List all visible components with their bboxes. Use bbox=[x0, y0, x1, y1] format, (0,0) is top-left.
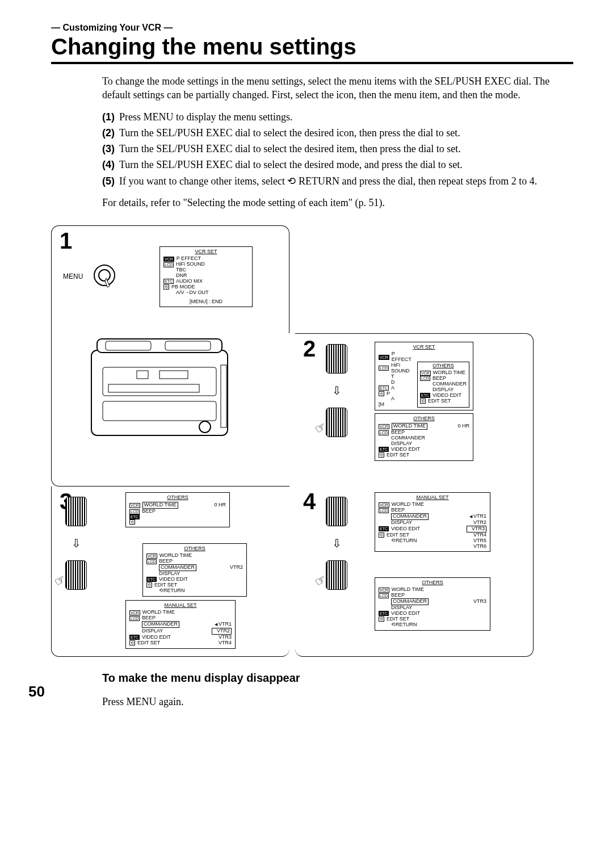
menu-item-label: BEEP bbox=[391, 593, 405, 598]
footer-area: To make the menu display disappear Press… bbox=[51, 672, 573, 708]
menu-item-value: 0 HR bbox=[453, 423, 469, 429]
menu-item-label: ⟲RETURN bbox=[159, 588, 185, 594]
menu-screen-3c: MANUAL SETVCRWORLD TIMELCDBEEPCOMMANDERV… bbox=[125, 600, 236, 648]
menu-item: LCDBEEP bbox=[146, 559, 243, 564]
menu-icon-tag: ETC bbox=[379, 611, 389, 616]
step-text: If you want to change other items, selec… bbox=[119, 174, 537, 188]
dial-icon bbox=[326, 497, 347, 526]
footer-text: Press MENU again. bbox=[102, 695, 573, 708]
hand-icon: ☞ bbox=[312, 572, 329, 590]
menu-screen-2b: OTHERS VCRWORLD TIME0 HRLCDBEEPCOMMANDER… bbox=[375, 413, 473, 460]
menu-item-label: ⟲RETURN bbox=[391, 538, 417, 544]
menu-icon-tag: LCD bbox=[146, 559, 157, 564]
menu-item-label: VIDEO EDIT bbox=[391, 526, 420, 532]
menu-button-label: MENU bbox=[63, 272, 83, 280]
menu-item-value: VTR4 bbox=[214, 640, 232, 646]
menu-item: LCDBEEP bbox=[129, 615, 232, 621]
step-3: (3)Turn the SEL/PUSH EXEC dial to select… bbox=[102, 142, 573, 156]
menu-item: ETCVIDEO EDITVTR3 bbox=[379, 526, 486, 532]
menu-icon-tag: VCR bbox=[163, 257, 174, 262]
step-2: (2)Turn the SEL/PUSH EXEC dial to select… bbox=[102, 126, 573, 140]
dial-sequence: ☞ bbox=[326, 497, 347, 590]
menu-item-value: VTR3 bbox=[467, 526, 486, 532]
panel-number-2: 2 bbox=[303, 336, 316, 362]
svg-point-1 bbox=[99, 270, 110, 281]
panel-1-vcr bbox=[51, 333, 289, 487]
menu-item: ⟲EDIT SET bbox=[379, 452, 469, 458]
page-title: Changing the menu settings bbox=[51, 34, 573, 60]
dial-press-icon: ☞ bbox=[65, 560, 87, 590]
arrow-down-icon bbox=[72, 536, 81, 550]
menu-item-value: VTR2 bbox=[469, 520, 486, 526]
menu-icon-tag: ⟲ bbox=[379, 617, 384, 622]
panel-number-4: 4 bbox=[303, 489, 316, 514]
menu-item: ⟲RETURN bbox=[379, 622, 486, 628]
menu-icon-tag: ⟲ bbox=[129, 519, 135, 525]
menu-item: ETC bbox=[129, 514, 226, 519]
menu-item-label: EDIT SET bbox=[387, 452, 409, 458]
menu-item-value: 0 HR bbox=[209, 502, 226, 508]
menu-icon-tag: ETC bbox=[129, 635, 140, 640]
menu-item-label: BEEP bbox=[159, 559, 173, 564]
arrow-down-icon bbox=[332, 536, 342, 550]
menu-header: MANUAL SET bbox=[129, 603, 232, 609]
menu-header: OTHERS bbox=[379, 416, 469, 422]
menu-header: MANUAL SET bbox=[379, 495, 486, 501]
panel-1-top: 1 MENU VCR SET VCRP EFFECTLCDHiFi SOUNDT… bbox=[51, 225, 289, 333]
section-label: — Customizing Your VCR — bbox=[51, 23, 573, 33]
menu-icon-tag: VCR bbox=[129, 503, 140, 508]
svg-rect-10 bbox=[103, 401, 216, 421]
menu-icon-tag: ETC bbox=[146, 577, 157, 582]
menu-footer: [MENU] : END bbox=[163, 299, 249, 305]
menu-item: COMMANDERVTR1 bbox=[129, 621, 232, 628]
menu-item: DISPLAYVTR2 bbox=[379, 520, 486, 526]
menu-item: ⟲RETURN bbox=[146, 588, 243, 594]
steps-list: (1)Press MENU to display the menu settin… bbox=[102, 110, 573, 188]
svg-rect-12 bbox=[221, 365, 226, 427]
menu-item-value: VTR1 bbox=[210, 622, 232, 627]
menu-item-label: EDIT SET bbox=[137, 640, 160, 646]
press-dial-icon bbox=[90, 261, 119, 290]
menu-icon-tag: LCD bbox=[129, 509, 140, 514]
menu-item: VTR6 bbox=[379, 544, 486, 550]
menu-icon-tag: LCD bbox=[379, 430, 389, 435]
menu-icon-tag: VCR bbox=[379, 502, 389, 508]
step-text: Press MENU to display the menu settings. bbox=[119, 110, 292, 124]
step-text: Turn the SEL/PUSH EXEC dial to select th… bbox=[119, 142, 461, 156]
arrow-down-icon bbox=[332, 384, 342, 397]
menu-screen-4a: MANUAL SETVCRWORLD TIMELCDBEEPCOMMANDERV… bbox=[375, 492, 490, 552]
menu-icon-tag: ⟲ bbox=[379, 532, 384, 538]
menu-icon-tag: ⟲ bbox=[146, 582, 152, 588]
hand-icon: ☞ bbox=[52, 572, 69, 590]
menu-item-label: COMMANDER bbox=[142, 621, 179, 628]
menu-screen-3a: OTHERSVCRWORLD TIME0 HRLCDBEEPETC⟲ bbox=[125, 492, 230, 527]
menu-screen-3b: OTHERSVCRWORLD TIMELCDBEEPCOMMANDERVTR2D… bbox=[142, 543, 247, 596]
step-text: Turn the SEL/PUSH EXEC dial to select th… bbox=[119, 158, 463, 171]
dial-icon bbox=[65, 497, 87, 526]
panel-3: 3 ☞ OTHERSVCRWORLD TIME0 HRLCDBEEPETC⟲ O… bbox=[51, 487, 289, 657]
panel-number-1: 1 bbox=[60, 228, 72, 254]
menu-item-label: ⟲RETURN bbox=[391, 622, 417, 628]
dial-press-icon: ☞ bbox=[326, 408, 347, 437]
menu-icon-tag: LCD bbox=[129, 616, 140, 621]
menu-screen-2a: VCR SET VCRP EFFECTLCDHiFi SOUNDTDETCA⟲P… bbox=[375, 342, 473, 410]
menu-item-label: DISPLAY bbox=[391, 520, 412, 526]
menu-item-label: DISPLAY bbox=[142, 628, 163, 634]
menu-icon-tag: LCD bbox=[163, 262, 174, 267]
menu-item-label: A/V→DV OUT bbox=[176, 290, 209, 296]
menu-icon-tag: VCR bbox=[379, 588, 389, 593]
menu-icon-tag: ETC bbox=[379, 447, 389, 452]
page-number: 50 bbox=[28, 683, 45, 701]
menu-screen-1: VCR SET VCRP EFFECTLCDHiFi SOUNDTBCDNRET… bbox=[159, 246, 253, 307]
step-5: (5)If you want to change other items, se… bbox=[102, 174, 573, 188]
menu-item: ⟲RETURNVTR5 bbox=[379, 538, 486, 544]
menu-item: A/V→DV OUT bbox=[163, 290, 249, 296]
subheading: To make the menu display disappear bbox=[102, 672, 573, 685]
step-4: (4)Turn the SEL/PUSH EXEC dial to select… bbox=[102, 158, 573, 171]
dial-sequence: ☞ bbox=[65, 497, 87, 590]
menu-icon-tag: VCR bbox=[129, 610, 140, 615]
menu-item: LCDBEEP bbox=[379, 508, 486, 513]
menu-icon-tag: VCR bbox=[379, 424, 389, 429]
menu-header: VCR SET bbox=[379, 345, 469, 350]
menu-item-value: VTR1 bbox=[465, 514, 486, 519]
